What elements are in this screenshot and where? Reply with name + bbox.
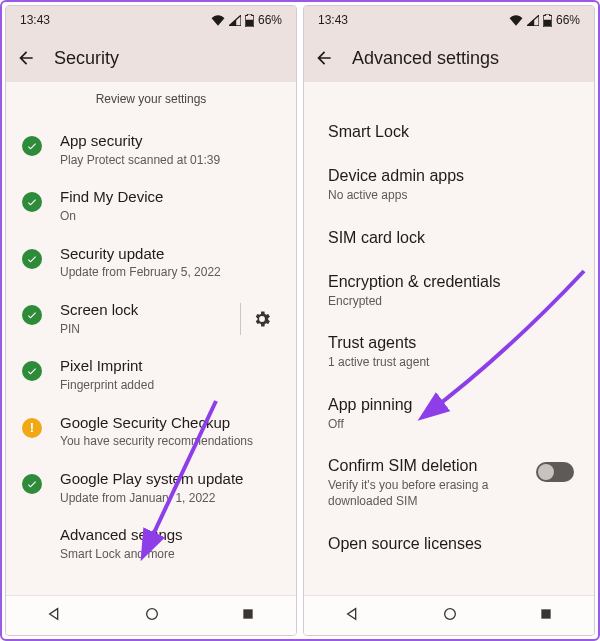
status-right: 66%	[509, 13, 580, 27]
nav-home-button[interactable]	[144, 606, 160, 626]
check-icon	[22, 305, 42, 325]
check-icon	[22, 361, 42, 381]
arrow-back-icon	[16, 48, 36, 68]
row-encryption-credentials[interactable]: Encryption & credentials Encrypted	[304, 260, 594, 322]
svg-point-2	[445, 608, 456, 619]
page-title: Security	[54, 48, 119, 69]
wifi-icon	[211, 15, 225, 26]
row-title: Find My Device	[60, 188, 282, 207]
svg-rect-3	[542, 609, 551, 618]
svg-rect-1	[244, 609, 253, 618]
row-pixel-imprint[interactable]: Pixel Imprint Fingerprint added	[6, 347, 296, 403]
nav-recent-button[interactable]	[241, 607, 255, 625]
status-time: 13:43	[318, 13, 348, 27]
nav-back-button[interactable]	[345, 606, 361, 626]
row-security-update[interactable]: Security update Update from February 5, …	[6, 235, 296, 291]
battery-icon	[245, 14, 254, 27]
row-title: Google Play system update	[60, 470, 282, 489]
row-title: Device admin apps	[328, 166, 574, 186]
check-icon	[22, 249, 42, 269]
row-sub: Encrypted	[328, 294, 574, 310]
status-bar: 13:43 66%	[304, 6, 594, 34]
signal-icon	[527, 15, 539, 26]
row-sub: PIN	[60, 322, 224, 338]
row-sim-card-lock[interactable]: SIM card lock	[304, 216, 594, 260]
row-title: Open source licenses	[328, 534, 574, 554]
back-button[interactable]	[16, 48, 36, 68]
row-title: Security update	[60, 245, 282, 264]
battery-percent: 66%	[556, 13, 580, 27]
row-title: Pixel Imprint	[60, 357, 282, 376]
row-sub: Off	[328, 417, 574, 433]
status-right: 66%	[211, 13, 282, 27]
row-sub: Update from January 1, 2022	[60, 491, 282, 507]
wifi-icon	[509, 15, 523, 26]
row-title: Screen lock	[60, 301, 224, 320]
nav-recent-button[interactable]	[539, 607, 553, 625]
svg-point-0	[147, 608, 158, 619]
status-bar: 13:43 66%	[6, 6, 296, 34]
row-title: Advanced settings	[60, 526, 282, 545]
app-bar: Advanced settings	[304, 34, 594, 82]
gear-icon	[252, 309, 272, 329]
nav-back-button[interactable]	[47, 606, 63, 626]
row-sub: 1 active trust agent	[328, 355, 574, 371]
row-smart-lock[interactable]: Smart Lock	[304, 110, 594, 154]
row-trust-agents[interactable]: Trust agents 1 active trust agent	[304, 321, 594, 383]
row-sub: You have security recommendations	[60, 434, 282, 450]
nav-bar	[6, 595, 296, 635]
row-advanced-settings[interactable]: Advanced settings Smart Lock and more	[6, 516, 296, 572]
check-icon	[22, 192, 42, 212]
row-title: Encryption & credentials	[328, 272, 574, 292]
row-sub: Smart Lock and more	[60, 547, 282, 563]
row-sub: No active apps	[328, 188, 574, 204]
row-open-source-licenses[interactable]: Open source licenses	[304, 522, 594, 566]
status-time: 13:43	[20, 13, 50, 27]
nav-home-button[interactable]	[442, 606, 458, 626]
row-sub: On	[60, 209, 282, 225]
row-title: Smart Lock	[328, 122, 574, 142]
phone-left: 13:43 66% Security Review your settings …	[5, 5, 297, 636]
check-icon	[22, 136, 42, 156]
back-button[interactable]	[314, 48, 334, 68]
settings-list: Smart Lock Device admin apps No active a…	[304, 82, 594, 595]
signal-icon	[229, 15, 241, 26]
nav-bar	[304, 595, 594, 635]
screen-lock-settings-button[interactable]	[240, 303, 282, 335]
row-sub: Play Protect scanned at 01:39	[60, 153, 282, 169]
battery-icon	[543, 14, 552, 27]
row-confirm-sim-deletion[interactable]: Confirm SIM deletion Verify it's you bef…	[304, 444, 594, 521]
check-icon	[22, 474, 42, 494]
row-google-play-system-update[interactable]: Google Play system update Update from Ja…	[6, 460, 296, 516]
phone-right: 13:43 66% Advanced settings Smart Lock D…	[303, 5, 595, 636]
row-title: Trust agents	[328, 333, 574, 353]
row-google-security-checkup[interactable]: ! Google Security Checkup You have secur…	[6, 404, 296, 460]
page-subhead: Review your settings	[6, 82, 296, 122]
page-title: Advanced settings	[352, 48, 499, 69]
row-device-admin-apps[interactable]: Device admin apps No active apps	[304, 154, 594, 216]
settings-list: App security Play Protect scanned at 01:…	[6, 122, 296, 595]
row-sub: Update from February 5, 2022	[60, 265, 282, 281]
row-title: SIM card lock	[328, 228, 574, 248]
warning-icon: !	[22, 418, 42, 438]
row-title: App security	[60, 132, 282, 151]
toggle-confirm-sim-deletion[interactable]	[536, 462, 574, 482]
row-app-pinning[interactable]: App pinning Off	[304, 383, 594, 445]
row-find-my-device[interactable]: Find My Device On	[6, 178, 296, 234]
row-title: Confirm SIM deletion	[328, 456, 526, 476]
row-sub: Verify it's you before erasing a downloa…	[328, 478, 526, 509]
battery-percent: 66%	[258, 13, 282, 27]
row-sub: Fingerprint added	[60, 378, 282, 394]
arrow-back-icon	[314, 48, 334, 68]
row-screen-lock[interactable]: Screen lock PIN	[6, 291, 296, 347]
row-app-security[interactable]: App security Play Protect scanned at 01:…	[6, 122, 296, 178]
row-title: App pinning	[328, 395, 574, 415]
app-bar: Security	[6, 34, 296, 82]
row-title: Google Security Checkup	[60, 414, 282, 433]
